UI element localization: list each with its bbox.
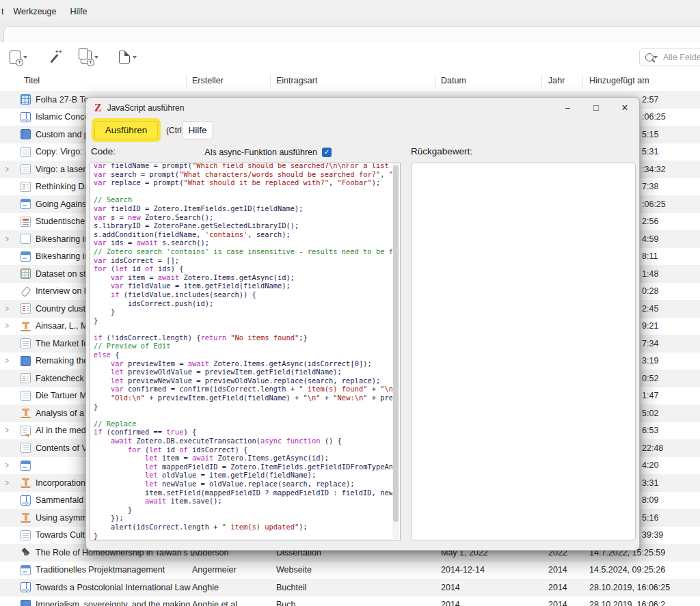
item-date: 2014 bbox=[441, 583, 460, 592]
column-header-titel[interactable]: Titel bbox=[24, 76, 40, 85]
table-row[interactable]: Towards a Postcolonial International Law… bbox=[0, 579, 700, 596]
minimize-button[interactable]: – bbox=[553, 98, 582, 118]
item-type: Buchteil bbox=[276, 583, 306, 592]
statue-icon bbox=[21, 408, 31, 418]
book-open-icon bbox=[21, 112, 31, 122]
item-added: 0:52 bbox=[642, 374, 658, 383]
async-function-label: Als async-Funktion ausführen bbox=[204, 148, 317, 157]
item-added: :34:32 bbox=[642, 165, 666, 174]
item-added: :06:25 bbox=[642, 199, 666, 209]
cap-icon bbox=[21, 547, 31, 557]
web-icon bbox=[21, 565, 31, 575]
item-added: 2:56 bbox=[642, 217, 658, 226]
item-creator: Angermeier bbox=[192, 565, 237, 575]
help-button[interactable]: Hilfe bbox=[182, 121, 213, 139]
menu-item-hilfe[interactable]: Hilfe bbox=[63, 4, 94, 19]
item-added: 9:21 bbox=[642, 321, 658, 331]
zotero-logo-icon: Z bbox=[94, 102, 102, 114]
item-added: :06:25 bbox=[642, 112, 666, 122]
book-icon bbox=[21, 129, 31, 139]
item-added: 4:59 bbox=[642, 234, 658, 244]
item-added: 7:34 bbox=[642, 339, 658, 348]
item-added: 22:48 bbox=[642, 443, 663, 453]
async-function-checkbox[interactable]: ✓ bbox=[322, 148, 332, 157]
menu-item-werkzeuge[interactable]: Werkzeuge bbox=[6, 4, 63, 19]
item-added: 3:31 bbox=[642, 478, 658, 488]
expand-chevron-icon[interactable]: > bbox=[5, 321, 9, 330]
search-icon bbox=[645, 53, 654, 61]
expand-chevron-icon[interactable]: > bbox=[5, 478, 9, 487]
chevron-down-icon[interactable] bbox=[133, 56, 137, 61]
note-edit-icon bbox=[21, 426, 31, 436]
table-row[interactable]: Imperialism, sovereignty, and the making… bbox=[0, 596, 700, 606]
run-button[interactable]: Ausführen bbox=[94, 121, 158, 139]
column-header-eintragsart[interactable]: Eintragsart bbox=[276, 76, 317, 85]
article-icon bbox=[21, 338, 31, 348]
expand-chevron-icon[interactable]: > bbox=[5, 304, 9, 313]
column-header-ersteller[interactable]: Ersteller bbox=[192, 76, 224, 85]
result-output[interactable] bbox=[411, 163, 636, 540]
new-item-icon bbox=[10, 51, 21, 64]
code-editor[interactable]: var fieldName = prompt("Which field shou… bbox=[90, 163, 401, 540]
report-icon bbox=[21, 182, 31, 192]
new-attachment-button[interactable] bbox=[81, 51, 98, 64]
expand-chevron-icon[interactable]: > bbox=[5, 165, 9, 174]
new-note-button[interactable] bbox=[119, 51, 137, 64]
tab-bar bbox=[0, 23, 700, 42]
item-added: 5:02 bbox=[642, 409, 658, 418]
article-icon bbox=[21, 391, 31, 401]
table-row[interactable]: Traditionelles ProjektmanagementAngermei… bbox=[0, 562, 700, 579]
dialog-title: JavaScript ausführen bbox=[107, 103, 185, 113]
maximize-button[interactable]: □ bbox=[582, 98, 610, 118]
magic-wand-icon bbox=[48, 51, 60, 64]
article-icon bbox=[21, 164, 31, 174]
item-year: 2014 bbox=[548, 600, 567, 606]
search-box[interactable] bbox=[639, 48, 700, 66]
result-label: Rückgabewert: bbox=[411, 146, 472, 156]
item-added: 1:48 bbox=[642, 269, 658, 279]
item-type: Buch bbox=[276, 600, 296, 606]
chevron-down-icon[interactable] bbox=[23, 56, 27, 61]
item-type: Webseite bbox=[276, 565, 312, 575]
menu-bar: t Werkzeuge Hilfe bbox=[0, 0, 700, 23]
column-header-jahr[interactable]: Jahr bbox=[548, 76, 565, 85]
expand-chevron-icon[interactable]: > bbox=[5, 426, 9, 435]
menu-item-partial[interactable]: t bbox=[0, 4, 6, 19]
close-button[interactable]: × bbox=[610, 98, 639, 118]
search-input[interactable] bbox=[662, 52, 700, 63]
table-icon bbox=[21, 268, 31, 279]
article-icon bbox=[21, 443, 31, 453]
expand-chevron-icon[interactable]: > bbox=[5, 460, 9, 469]
item-added: 5:16 bbox=[642, 513, 658, 523]
table-header: Titel Ersteller Eintragsart Datum Jahr H… bbox=[0, 72, 700, 92]
item-added: 28.10.2019, 16:06:2 bbox=[589, 600, 665, 606]
chevron-down-icon[interactable] bbox=[94, 56, 98, 61]
library-tab[interactable] bbox=[3, 26, 700, 44]
item-added: 14.5.2024, 09:25:26 bbox=[589, 565, 665, 575]
expand-chevron-icon[interactable]: > bbox=[5, 234, 9, 243]
item-creator: Anghie et al. bbox=[192, 600, 240, 606]
news-icon bbox=[21, 217, 31, 227]
run-javascript-dialog: Z JavaScript ausführen – □ × Ausführen (… bbox=[85, 97, 640, 551]
doc-icon bbox=[21, 234, 31, 244]
item-added: 6:53 bbox=[642, 426, 658, 435]
article-icon bbox=[21, 147, 31, 157]
new-item-button[interactable] bbox=[10, 51, 27, 64]
web-icon bbox=[21, 460, 31, 471]
column-header-hinzugefuegt[interactable]: Hinzugefügt am bbox=[589, 76, 649, 85]
item-date: 2014 bbox=[441, 600, 460, 606]
item-added: 5:31 bbox=[642, 147, 658, 156]
book-open-icon bbox=[21, 495, 31, 506]
code-scrollbar[interactable] bbox=[392, 164, 399, 539]
article-icon bbox=[21, 530, 31, 540]
code-label: Code: bbox=[91, 146, 116, 156]
item-title: Incorporation o bbox=[36, 478, 92, 488]
column-header-datum[interactable]: Datum bbox=[441, 76, 466, 85]
zotero-window: t Werkzeuge Hilfe bbox=[0, 0, 700, 606]
attachment-icon bbox=[81, 51, 92, 64]
item-year: 2014 bbox=[548, 583, 567, 592]
statue-icon bbox=[21, 512, 31, 523]
expand-chevron-icon[interactable]: > bbox=[5, 356, 9, 365]
report-icon bbox=[21, 303, 31, 314]
add-by-identifier-button[interactable] bbox=[48, 51, 60, 64]
